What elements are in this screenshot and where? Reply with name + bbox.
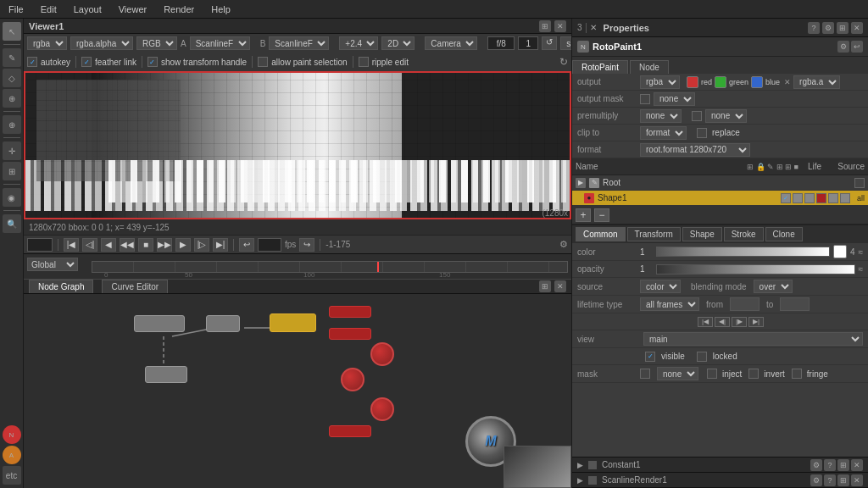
color-end-swatch[interactable] — [833, 245, 847, 258]
menu-help[interactable]: Help — [208, 3, 234, 16]
tab-clone[interactable]: Clone — [765, 227, 803, 241]
mask-tool[interactable]: ◉ — [3, 188, 21, 207]
camera-select[interactable]: Camera — [425, 36, 477, 50]
expand-icon2[interactable]: ▶ — [577, 476, 583, 485]
constant1-item[interactable]: ▶ Constant1 ⚙ ? ⊞ ✕ — [572, 458, 868, 473]
menu-layout[interactable]: Layout — [70, 3, 105, 16]
show-transform-checkbox[interactable]: ✓ — [147, 57, 158, 67]
menu-render[interactable]: Render — [160, 3, 198, 16]
mask-select[interactable]: none — [657, 367, 698, 380]
view-select[interactable]: main — [643, 332, 863, 346]
visible-cb[interactable]: ✓ — [645, 352, 655, 362]
node-yellow-box[interactable] — [270, 313, 316, 332]
close-small[interactable]: ✕ — [784, 78, 791, 86]
play-back-btn[interactable]: ◀◀ — [120, 238, 135, 252]
locked-cb[interactable] — [697, 352, 707, 362]
frame-value[interactable] — [518, 36, 538, 50]
transform-tool[interactable]: ✛ — [3, 141, 21, 160]
play-fwd-btn[interactable]: ▶▶ — [157, 238, 172, 252]
sr-max[interactable]: ⊞ — [837, 474, 849, 486]
colorspace-select[interactable]: RGB — [136, 36, 177, 50]
node-red-bot-box[interactable] — [329, 425, 371, 437]
opacity-anim-icon[interactable]: ≈ — [859, 264, 864, 274]
prev-keyframe-btn[interactable]: ◁| — [82, 238, 97, 252]
frame-input[interactable] — [487, 36, 515, 50]
lt-icon3[interactable]: |▶ — [732, 317, 747, 327]
node-red-mid[interactable] — [329, 328, 371, 340]
lifetime-select[interactable]: all frames — [640, 297, 699, 311]
mini-preview[interactable] — [504, 446, 571, 488]
premultiply-select[interactable]: none — [640, 109, 682, 123]
remove-layer-btn[interactable]: − — [594, 208, 609, 222]
alpha-channel-select[interactable]: rgba.alph — [793, 75, 840, 89]
step-back-btn[interactable]: ◀ — [101, 238, 116, 252]
output-select[interactable]: rgba — [640, 75, 680, 89]
c1-icon2[interactable]: ? — [824, 459, 836, 471]
srgb-select[interactable]: sRGB — [560, 36, 571, 50]
from-input[interactable]: 174 — [730, 297, 760, 311]
timeline-area[interactable]: Global 0 50 100 150 — [24, 253, 571, 279]
scanline-a-select[interactable]: ScanlineF — [190, 36, 250, 50]
source-select[interactable]: color — [640, 280, 681, 293]
clip-to-select[interactable]: format — [640, 126, 687, 140]
node-graph-canvas[interactable]: M — [24, 294, 571, 488]
sr-icon2[interactable]: ? — [824, 474, 836, 486]
node-circle1-box[interactable] — [370, 342, 394, 366]
next-keyframe-btn[interactable]: |▷ — [194, 238, 209, 252]
select-tool[interactable]: ↖ — [3, 22, 21, 41]
tab-common[interactable]: Common — [576, 227, 626, 241]
shape1-cb4[interactable] — [816, 193, 826, 203]
current-frame[interactable]: 64 — [27, 238, 53, 252]
tab-curve-editor[interactable]: Curve Editor — [102, 280, 168, 293]
alpha-select[interactable]: rgba.alpha — [70, 36, 133, 50]
c1-max[interactable]: ⊞ — [837, 459, 849, 471]
menu-viewer[interactable]: Viewer — [115, 3, 150, 16]
node-circle2-box[interactable] — [341, 368, 364, 391]
inject-cb[interactable] — [707, 369, 717, 379]
color-anim-icon[interactable]: ≈ — [859, 247, 864, 257]
layer-row-shape1[interactable]: ● Shape1 ✓ all — [572, 191, 868, 206]
mask-cb[interactable] — [640, 369, 650, 379]
shape-tool[interactable]: ◇ — [3, 69, 21, 87]
channel-icon[interactable]: N — [3, 425, 21, 444]
goto-end-btn[interactable]: ▶| — [213, 238, 228, 252]
node-read-box[interactable] — [134, 315, 185, 332]
invert-cb[interactable] — [748, 369, 759, 379]
eyedropper-tool[interactable]: ⊕ — [3, 89, 21, 108]
lt-icon4[interactable]: ▶| — [748, 317, 764, 327]
premultiply-cb[interactable] — [692, 111, 702, 121]
blending-select[interactable]: over — [754, 280, 793, 293]
viewer-settings-icon[interactable]: ⚙ — [559, 239, 568, 249]
format-select[interactable]: root.format 1280x720 — [640, 143, 750, 157]
viewer-canvas[interactable]: (1280x — [24, 71, 571, 219]
properties-close-icon[interactable]: ✕ — [590, 23, 597, 32]
prop-icon1[interactable]: ? — [808, 22, 820, 34]
prop-icon2[interactable]: ⚙ — [822, 22, 834, 34]
scanline-render-item[interactable]: ▶ ScanlineRender1 ⚙ ? ⊞ ✕ — [572, 473, 868, 488]
premultiply2-select[interactable]: none — [705, 109, 747, 123]
fringe-cb[interactable] — [792, 369, 802, 379]
autokey-checkbox[interactable]: ✓ — [27, 57, 37, 67]
tab-node-graph[interactable]: Node Graph — [29, 280, 93, 293]
tab-transform[interactable]: Transform — [627, 227, 681, 241]
goto-start-btn[interactable]: |◀ — [64, 238, 79, 252]
viewer-close[interactable]: ✕ — [554, 20, 566, 32]
node-prop-icon2[interactable]: ↩ — [851, 41, 863, 53]
node-red-top[interactable] — [329, 306, 371, 318]
node-circle1[interactable] — [370, 342, 394, 366]
allow-paint-checkbox[interactable] — [258, 57, 268, 67]
menu-edit[interactable]: Edit — [37, 3, 60, 16]
add-layer-btn[interactable]: + — [576, 208, 591, 222]
viewer-maximize[interactable]: ⊞ — [539, 20, 551, 32]
anim-icon[interactable]: A — [3, 446, 21, 464]
color-gradient-bar[interactable] — [656, 247, 830, 257]
channel-select[interactable]: rgba — [27, 36, 67, 50]
to-input[interactable]: 174 — [780, 297, 810, 311]
node-gray-bl-box[interactable] — [145, 366, 187, 383]
lt-icon1[interactable]: |◀ — [698, 317, 713, 327]
scanline-b-select[interactable]: ScanlineF — [269, 36, 329, 50]
reload-btn[interactable]: ↺ — [542, 36, 557, 50]
fps-value[interactable]: 24 — [258, 238, 281, 252]
sr-icon1[interactable]: ⚙ — [810, 474, 822, 486]
menu-file[interactable]: File — [5, 3, 27, 16]
